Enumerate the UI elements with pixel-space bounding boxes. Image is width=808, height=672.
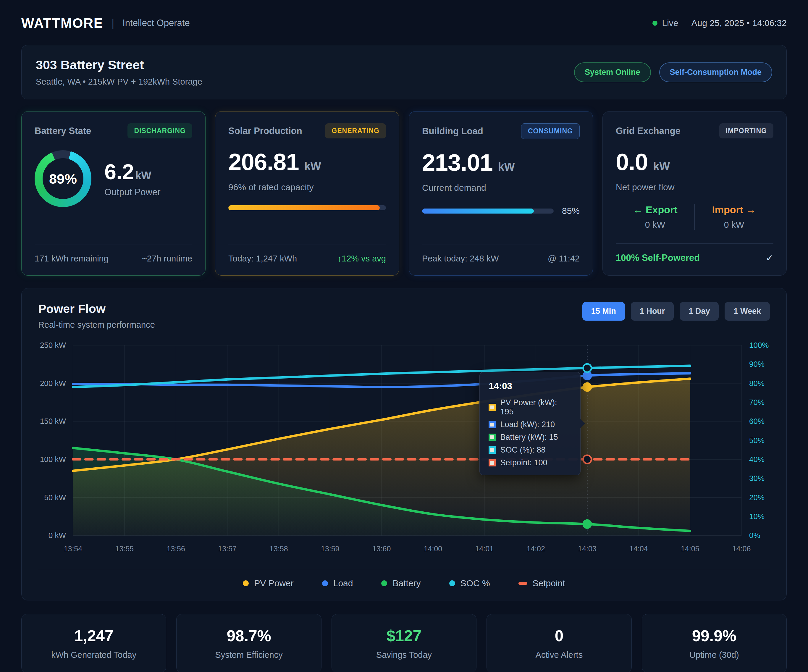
svg-text:40%: 40%	[749, 455, 765, 464]
battery-state-card: Battery State DISCHARGING 89% 6.2 kW Out…	[21, 111, 205, 276]
load-demand-label: Current demand	[422, 183, 580, 193]
mode-badge[interactable]: Self-Consumption Mode	[659, 62, 772, 82]
load-peak: Peak today: 248 kW	[422, 254, 499, 264]
grid-self-powered-label: 100% Self-Powered	[616, 252, 700, 264]
svg-text:13:59: 13:59	[321, 545, 339, 553]
legend-dash-icon	[518, 582, 528, 585]
range-button-1-week[interactable]: 1 Week	[725, 302, 770, 321]
check-icon: ✓	[766, 252, 773, 264]
stat-label: Active Alerts	[493, 650, 625, 660]
time-range-group: 15 Min1 Hour1 Day1 Week	[583, 302, 770, 321]
solar-today: Today: 1,247 kWh	[228, 254, 297, 264]
load-progress-track	[422, 209, 554, 214]
solar-progress-fill	[228, 205, 380, 210]
power-flow-title: Power Flow	[38, 302, 155, 316]
stat-card-savings-today: $127Savings Today	[332, 614, 476, 672]
solar-value: 206.81	[228, 149, 299, 176]
stat-value: $127	[338, 627, 470, 645]
solar-progress-track	[228, 205, 386, 210]
stat-label: kWh Generated Today	[27, 650, 160, 660]
range-button-1-day[interactable]: 1 Day	[679, 302, 719, 321]
battery-output-label: Output Power	[104, 187, 160, 197]
legend-item-setpoint[interactable]: Setpoint	[518, 578, 565, 588]
stat-card-system-efficiency: 98.7%System Efficiency	[176, 614, 321, 672]
top-bar: WATTMORE | Intellect Operate Live Aug 25…	[21, 9, 787, 37]
load-status-badge: CONSUMING	[521, 123, 580, 139]
system-online-badge[interactable]: System Online	[574, 62, 651, 82]
battery-output-block: 6.2 kW Output Power	[104, 160, 160, 197]
legend-item-battery[interactable]: Battery	[381, 578, 421, 588]
stat-label: System Efficiency	[182, 650, 315, 660]
grid-netflow-label: Net power flow	[616, 182, 773, 192]
tooltip-row: Load (kW): 210	[489, 420, 571, 429]
site-badges: System Online Self-Consumption Mode	[574, 62, 772, 82]
svg-text:30%: 30%	[749, 474, 765, 483]
stat-value: 98.7%	[182, 627, 315, 645]
svg-text:100%: 100%	[749, 341, 769, 349]
live-block: Live Aug 25, 2025 • 14:06:32	[653, 18, 787, 28]
legend-dot-icon	[322, 580, 328, 586]
power-flow-heading: Power Flow Real-time system performance	[38, 302, 155, 330]
stat-card-active-alerts: 0Active Alerts	[486, 614, 631, 672]
solar-production-card: Solar Production GENERATING 206.81 kW 96…	[215, 111, 399, 276]
live-status: Live	[653, 18, 678, 28]
tooltip-row: PV Power (kW): 195	[489, 398, 571, 416]
tooltip-row: SOC (%): 88	[489, 445, 571, 455]
svg-text:200 kW: 200 kW	[40, 379, 66, 388]
stat-card-uptime-30d-: 99.9%Uptime (30d)	[642, 614, 787, 672]
solar-unit: kW	[304, 160, 321, 173]
svg-text:0 kW: 0 kW	[48, 531, 66, 540]
solar-card-title: Solar Production	[228, 126, 302, 136]
grid-unit: kW	[653, 160, 670, 173]
svg-text:14:06: 14:06	[732, 545, 751, 553]
legend-item-soc-[interactable]: SOC %	[449, 578, 490, 588]
battery-output-value: 6.2	[104, 160, 134, 184]
power-flow-subtitle: Real-time system performance	[38, 320, 155, 330]
svg-text:14:01: 14:01	[475, 545, 494, 553]
battery-soc-ring: 89%	[35, 150, 92, 207]
range-button-1-hour[interactable]: 1 Hour	[631, 302, 674, 321]
svg-text:14:02: 14:02	[526, 545, 545, 553]
grid-export-value: 0 kW	[616, 220, 694, 230]
chart-tooltip: 14:03 PV Power (kW): 195Load (kW): 210Ba…	[479, 372, 581, 475]
range-button-15-min[interactable]: 15 Min	[583, 302, 625, 321]
legend-dot-icon	[381, 580, 387, 586]
chart-canvas[interactable]: 0 kW50 kW100 kW150 kW200 kW250 kW13:5413…	[38, 340, 770, 561]
grid-status-badge: IMPORTING	[719, 123, 773, 139]
legend-item-load[interactable]: Load	[322, 578, 353, 588]
tooltip-swatch-icon	[489, 434, 496, 441]
building-load-card: Building Load CONSUMING 213.01 kW Curren…	[409, 111, 593, 276]
tooltip-swatch-icon	[489, 446, 496, 454]
chart-legend: PV PowerLoadBatterySOC %Setpoint	[38, 578, 770, 588]
brand-logo: WATTMORE	[21, 15, 103, 31]
stat-value: 99.9%	[648, 627, 781, 645]
svg-text:150 kW: 150 kW	[40, 417, 66, 426]
svg-text:14:00: 14:00	[424, 545, 442, 553]
tooltip-row: Setpoint: 100	[489, 458, 571, 467]
stat-value: 1,247	[27, 627, 160, 645]
grid-value: 0.0	[616, 149, 648, 176]
svg-text:13:55: 13:55	[115, 545, 134, 553]
tooltip-swatch-icon	[489, 459, 496, 466]
load-peak-time: @ 11:42	[548, 254, 580, 264]
datetime: Aug 25, 2025 • 14:06:32	[691, 18, 787, 28]
battery-status-badge: DISCHARGING	[127, 123, 192, 139]
battery-card-title: Battery State	[35, 126, 91, 136]
svg-text:60%: 60%	[749, 417, 765, 426]
svg-text:20%: 20%	[749, 493, 765, 502]
svg-text:70%: 70%	[749, 398, 765, 407]
tooltip-row: Battery (kW): 15	[489, 433, 571, 442]
svg-text:250 kW: 250 kW	[40, 341, 66, 349]
grid-export-label: ← Export	[616, 204, 694, 216]
summary-stats-row: 1,247kWh Generated Today98.7%System Effi…	[21, 614, 787, 672]
brand-block: WATTMORE | Intellect Operate	[21, 15, 190, 31]
svg-text:90%: 90%	[749, 359, 765, 369]
brand-separator: |	[112, 17, 114, 29]
svg-text:50 kW: 50 kW	[44, 493, 66, 502]
legend-item-pv-power[interactable]: PV Power	[243, 578, 294, 588]
grid-import-value: 0 kW	[695, 220, 773, 230]
battery-remaining: 171 kWh remaining	[35, 254, 109, 264]
svg-text:50%: 50%	[749, 436, 765, 445]
svg-text:14:04: 14:04	[629, 545, 648, 553]
svg-text:13:57: 13:57	[218, 545, 236, 553]
